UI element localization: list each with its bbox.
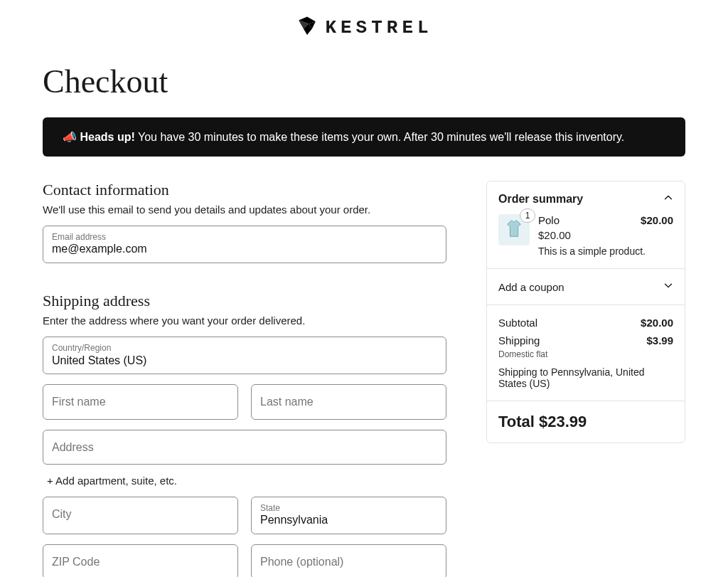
first-name-input[interactable] [52, 395, 229, 408]
polo-shirt-icon [503, 218, 525, 242]
last-name-field[interactable] [251, 384, 446, 419]
product-line-price: $20.00 [641, 214, 673, 226]
brand-logo[interactable]: KESTREL [295, 14, 432, 41]
shipping-method: Domestic flat [498, 349, 673, 359]
zip-field[interactable] [43, 544, 238, 577]
total-value: $23.99 [539, 413, 587, 430]
city-input[interactable] [52, 507, 229, 521]
zip-input[interactable] [52, 555, 229, 568]
add-apartment-button[interactable]: + Add apartment, suite, etc. [47, 475, 446, 487]
shipping-value: $3.99 [646, 334, 673, 346]
inventory-hold-alert: 📣 Heads up! You have 30 minutes to make … [43, 117, 685, 157]
product-unit-price: $20.00 [538, 229, 673, 241]
address-field[interactable] [43, 430, 446, 465]
phone-input[interactable] [260, 555, 437, 568]
order-summary: Order summary 1 [486, 181, 685, 443]
state-label: State [260, 503, 437, 513]
coupon-section[interactable]: Add a coupon [487, 269, 685, 305]
summary-header-section[interactable]: Order summary 1 [487, 181, 685, 269]
state-field[interactable]: State Pennsylvania [251, 497, 446, 534]
kestrel-bird-icon [295, 14, 319, 41]
shipping-label: Shipping [498, 334, 540, 346]
grand-total-section: Total $23.99 [487, 401, 685, 443]
address-input[interactable] [52, 440, 437, 454]
chevron-down-icon [663, 280, 673, 293]
product-description: This is a simple product. [538, 245, 673, 257]
email-field[interactable]: Email address [43, 226, 446, 263]
megaphone-icon: 📣 [63, 131, 77, 143]
phone-field[interactable] [251, 544, 446, 577]
contact-heading: Contact information [43, 181, 446, 199]
page-title: Checkout [43, 63, 685, 100]
subtotal-value: $20.00 [641, 317, 673, 329]
shipping-destination: Shipping to Pennsylvania, United States … [498, 366, 673, 389]
shipping-subtext: Enter the address where you want your or… [43, 314, 446, 327]
city-field[interactable] [43, 497, 238, 534]
product-name: Polo [538, 214, 560, 226]
coupon-label: Add a coupon [498, 281, 564, 293]
first-name-field[interactable] [43, 384, 238, 419]
product-qty-badge: 1 [520, 208, 535, 223]
header-logo-row: KESTREL [43, 14, 685, 55]
shipping-heading: Shipping address [43, 292, 446, 310]
chevron-up-icon [663, 193, 673, 206]
product-thumbnail: 1 [498, 214, 530, 245]
state-value: Pennsylvania [260, 513, 437, 528]
country-field[interactable]: Country/Region United States (US) [43, 337, 446, 374]
country-label: Country/Region [52, 343, 437, 353]
summary-product-row: 1 Polo $20.00 $20.00 This is a simple [498, 214, 673, 257]
summary-heading: Order summary [498, 193, 583, 206]
totals-section: Subtotal $20.00 Shipping $3.99 Domestic … [487, 305, 685, 401]
subtotal-label: Subtotal [498, 317, 537, 329]
email-input[interactable] [52, 242, 437, 257]
alert-heading: Heads up! [80, 131, 134, 143]
brand-name: KESTREL [325, 17, 432, 38]
email-label: Email address [52, 232, 437, 242]
last-name-input[interactable] [260, 395, 437, 408]
country-value: United States (US) [52, 354, 437, 369]
total-label: Total [498, 413, 535, 430]
alert-text: You have 30 minutes to make these items … [135, 131, 624, 143]
contact-subtext: We'll use this email to send you details… [43, 203, 446, 216]
